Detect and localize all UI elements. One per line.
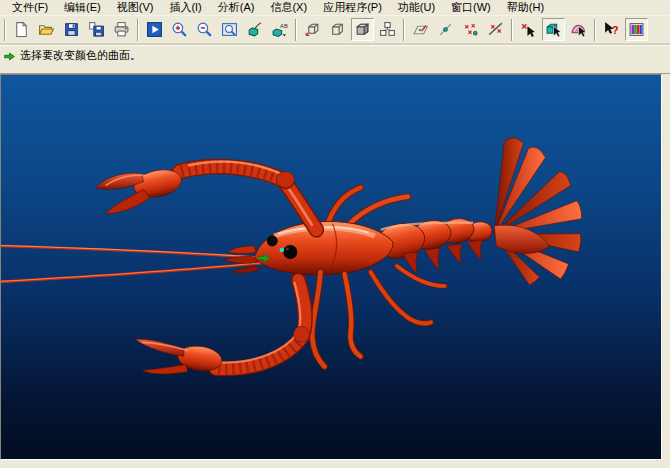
save-as-button[interactable]: [85, 18, 108, 41]
svg-text:AB: AB: [280, 23, 288, 29]
shaded-view-icon: [354, 21, 371, 38]
zoom-out-button[interactable]: [193, 18, 216, 41]
trimetric-view-button[interactable]: [301, 18, 324, 41]
menu-item-edit[interactable]: 编辑(E): [56, 0, 109, 15]
layer-settings-button[interactable]: [376, 18, 399, 41]
shaded-view-button[interactable]: [351, 18, 374, 41]
trimetric-view-icon: [304, 21, 321, 38]
open-icon: [38, 21, 55, 38]
lobster-antennae: [1, 245, 265, 282]
lobster-upper-arm-claw: [95, 162, 316, 230]
lobster-model: [1, 75, 661, 459]
save-as-icon: [88, 21, 105, 38]
menu-item-application[interactable]: 应用程序(P): [315, 0, 390, 15]
lobster-lower-arm-claw: [136, 280, 310, 374]
zoom-box-button[interactable]: [218, 18, 241, 41]
fit-view-button[interactable]: [143, 18, 166, 41]
snap-point-icon: [520, 21, 537, 38]
select-face-icon: [570, 21, 587, 38]
zoom-box-icon: [221, 21, 238, 38]
menu-item-function[interactable]: 功能(U): [390, 0, 443, 15]
context-help-button[interactable]: ?: [600, 18, 623, 41]
toolbar-separator: [594, 19, 596, 41]
menu-item-analysis[interactable]: 分析(A): [210, 0, 263, 15]
lobster-walking-legs: [312, 266, 445, 367]
point-set-button[interactable]: [459, 18, 482, 41]
menu-item-file[interactable]: 文件(F): [4, 0, 56, 15]
named-view-button[interactable]: AB: [268, 18, 291, 41]
prompt-bar: 选择要改变颜色的曲面。: [0, 44, 670, 74]
main-toolbar: AB?: [0, 16, 670, 44]
select-solid-button[interactable]: [542, 18, 565, 41]
toolbar-separator: [295, 19, 297, 41]
delete-points-button[interactable]: [484, 18, 507, 41]
toolbar-separator: [511, 19, 513, 41]
toolbar-separator: [137, 19, 139, 41]
menu-item-insert[interactable]: 插入(I): [161, 0, 209, 15]
new-icon: [13, 21, 30, 38]
menu-item-view[interactable]: 视图(V): [109, 0, 162, 15]
named-view-icon: AB: [271, 21, 288, 38]
svg-text:?: ?: [612, 24, 618, 36]
save-icon: [63, 21, 80, 38]
point-dialog-icon: [246, 21, 263, 38]
select-face-button[interactable]: [567, 18, 590, 41]
sketch-button[interactable]: [409, 18, 432, 41]
menu-item-information[interactable]: 信息(X): [262, 0, 315, 15]
eye-highlight-dot: [280, 248, 284, 252]
print-icon: [113, 21, 130, 38]
datum-point-icon: [437, 21, 454, 38]
snap-point-button[interactable]: [517, 18, 540, 41]
point-set-icon: [462, 21, 479, 38]
lobster-tail-fan: [494, 138, 581, 285]
wireframe-view-button[interactable]: [326, 18, 349, 41]
context-help-icon: ?: [603, 21, 620, 38]
object-display-icon: [628, 21, 645, 38]
app-window: 文件(F)编辑(E)视图(V)插入(I)分析(A)信息(X)应用程序(P)功能(…: [0, 0, 670, 468]
lobster-eye-left: [267, 235, 278, 246]
datum-point-button[interactable]: [434, 18, 457, 41]
viewport-frame: [0, 74, 670, 468]
layer-settings-icon: [379, 21, 396, 38]
fit-view-icon: [146, 21, 163, 38]
menu-item-help[interactable]: 帮助(H): [499, 0, 552, 15]
sketch-icon: [412, 21, 429, 38]
zoom-in-button[interactable]: [168, 18, 191, 41]
toolbar-separator: [403, 19, 405, 41]
save-button[interactable]: [60, 18, 83, 41]
toolbar-separator: [4, 19, 6, 41]
print-button[interactable]: [110, 18, 133, 41]
graphics-viewport[interactable]: [0, 74, 662, 460]
prompt-arrow-icon: [3, 49, 16, 62]
prompt-text: 选择要改变颜色的曲面。: [20, 48, 141, 62]
lobster-eye-right: [283, 245, 297, 259]
point-dialog-button[interactable]: [243, 18, 266, 41]
wireframe-view-icon: [329, 21, 346, 38]
object-display-button[interactable]: [625, 18, 648, 41]
open-button[interactable]: [35, 18, 58, 41]
zoom-in-icon: [171, 21, 188, 38]
select-solid-icon: [545, 21, 562, 38]
menu-bar: 文件(F)编辑(E)视图(V)插入(I)分析(A)信息(X)应用程序(P)功能(…: [0, 0, 670, 16]
zoom-out-icon: [196, 21, 213, 38]
new-button[interactable]: [10, 18, 33, 41]
delete-points-icon: [487, 21, 504, 38]
menu-item-window[interactable]: 窗口(W): [443, 0, 499, 15]
